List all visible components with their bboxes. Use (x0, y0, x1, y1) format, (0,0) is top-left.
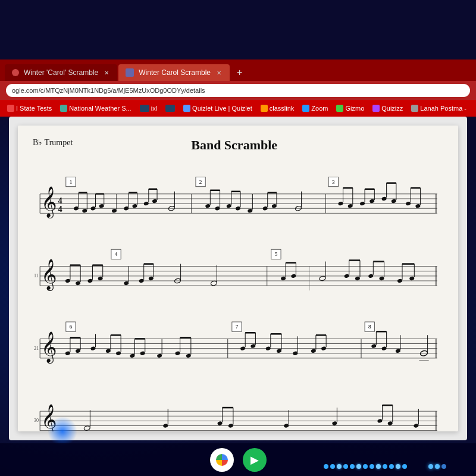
svg-point-158 (75, 349, 80, 353)
led-dot-extra2 (435, 464, 440, 469)
flag-icon (7, 105, 14, 112)
svg-point-163 (105, 349, 111, 353)
led-dot-13 (402, 464, 407, 469)
svg-point-161 (90, 346, 96, 351)
bookmark-lanah[interactable]: Lanah Postma - (409, 104, 469, 113)
bookmark-state-tests[interactable]: I State Tests (5, 104, 54, 113)
svg-text:4: 4 (115, 251, 118, 257)
svg-point-180 (240, 346, 245, 351)
address-bar: ogle.com/c/MTQzNjM0NTk1NDg5/a/MjE5MzUxOD… (0, 81, 476, 100)
svg-point-133 (397, 278, 402, 283)
tab-close-1[interactable]: ✕ (103, 70, 110, 76)
bookmark-gizmo[interactable]: Gizmo (334, 104, 367, 113)
bookmark-quizizz[interactable]: Quizizz (370, 104, 405, 113)
svg-text:2: 2 (199, 179, 202, 185)
svg-point-175 (175, 351, 180, 356)
svg-text:𝄞: 𝄞 (41, 331, 57, 364)
svg-point-227 (332, 421, 337, 425)
svg-text:5: 5 (275, 251, 278, 257)
svg-point-130 (379, 276, 384, 281)
svg-point-47 (226, 203, 231, 208)
svg-text:21: 21 (34, 346, 39, 351)
svg-point-78 (415, 203, 421, 208)
sheet-header: B♭ Trumpet Band Scramble (33, 137, 443, 153)
svg-point-102 (98, 276, 103, 281)
play-button[interactable]: ▶ (243, 448, 267, 472)
svg-point-71 (381, 196, 387, 201)
svg-point-192 (311, 349, 316, 353)
classlink-icon (261, 105, 268, 112)
svg-point-218 (163, 424, 168, 428)
svg-point-185 (265, 346, 271, 351)
led-dot-12 (396, 464, 400, 469)
svg-point-229 (377, 418, 383, 423)
bookmark-ixl[interactable]: ixl (137, 104, 159, 113)
bookmark-quizlet[interactable]: Quizlet Live | Quizlet (181, 104, 255, 113)
svg-point-63 (347, 203, 353, 208)
svg-point-44 (215, 206, 220, 211)
led-dot-6 (356, 464, 361, 469)
svg-point-25 (99, 203, 104, 208)
svg-text:8: 8 (368, 324, 371, 330)
led-dot-1 (324, 464, 328, 469)
svg-point-231 (387, 421, 393, 425)
tab-close-2[interactable]: ✕ (215, 70, 223, 76)
zoom-icon (302, 105, 309, 112)
svg-point-95 (65, 278, 70, 283)
svg-point-225 (283, 424, 289, 428)
tab-winter-carol-scramble-2[interactable]: Winter Carol Scramble ✕ (118, 64, 230, 81)
svg-point-199 (381, 346, 387, 351)
svg-point-109 (148, 276, 154, 281)
svg-point-54 (262, 206, 268, 211)
music-sheet: B♭ Trumpet Band Scramble 1 2 3 (18, 126, 458, 431)
bottom-taskbar: ▶ (0, 443, 476, 476)
svg-point-114 (211, 280, 218, 286)
led-dot-8 (369, 464, 374, 469)
weather-icon (60, 105, 67, 112)
svg-point-123 (344, 274, 349, 278)
led-dot-5 (350, 464, 355, 469)
tab-winter-carol-scramble-1[interactable]: Winter 'Carol' Scramble ✕ (5, 64, 117, 81)
svg-text:3: 3 (332, 179, 335, 185)
svg-point-56 (271, 203, 277, 208)
tab-favicon-1 (12, 69, 19, 76)
svg-point-20 (82, 208, 87, 213)
google-icon-button[interactable] (210, 448, 234, 472)
svg-point-121 (319, 275, 326, 281)
blue-glow-left (48, 416, 77, 446)
ixl-icon2 (165, 105, 175, 112)
svg-text:𝄞: 𝄞 (41, 186, 57, 219)
url-input[interactable]: ogle.com/c/MTQzNjM0NTk1NDg5/a/MjE5MzUxOD… (6, 84, 470, 97)
svg-point-107 (139, 278, 144, 283)
bookmark-zoom[interactable]: Zoom (300, 104, 330, 113)
led-dot-7 (363, 464, 368, 469)
svg-point-187 (276, 349, 281, 353)
svg-text:𝄞: 𝄞 (41, 259, 57, 292)
bookmark-national-weather[interactable]: National Weather S... (58, 104, 133, 113)
quizlet-icon (183, 105, 190, 112)
piece-title: Band Scramble (73, 137, 396, 153)
svg-point-18 (73, 206, 79, 211)
svg-point-220 (217, 421, 223, 425)
svg-point-37 (152, 199, 157, 203)
bookmark-classlink[interactable]: classlink (258, 104, 297, 113)
svg-text:11: 11 (34, 273, 39, 278)
content-area: B♭ Trumpet Band Scramble 1 2 3 (9, 117, 467, 440)
new-tab-button[interactable]: + (231, 64, 248, 81)
svg-point-42 (205, 203, 211, 208)
svg-point-125 (355, 276, 360, 281)
svg-point-28 (111, 208, 117, 213)
svg-point-105 (124, 281, 129, 286)
gizmo-icon (336, 105, 343, 112)
tab-label-1: Winter 'Carol' Scramble (24, 68, 98, 77)
svg-point-128 (368, 274, 374, 278)
bookmark-ixl2[interactable] (163, 104, 177, 113)
bookmarks-bar: I State Tests National Weather S... ixl … (0, 100, 476, 117)
svg-text:7: 7 (236, 324, 239, 330)
svg-point-197 (371, 344, 377, 349)
svg-point-182 (250, 344, 256, 349)
svg-point-234 (414, 424, 419, 428)
tab-bar: Winter 'Carol' Scramble ✕ Winter Carol S… (0, 60, 476, 81)
svg-point-216 (84, 425, 91, 431)
browser-window: Winter 'Carol' Scramble ✕ Winter Carol S… (0, 60, 476, 476)
